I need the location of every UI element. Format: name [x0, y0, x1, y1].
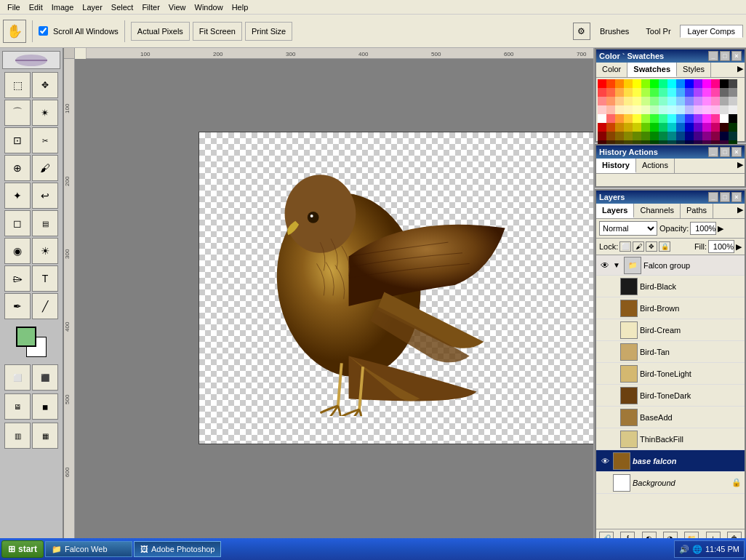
color-swatch[interactable]	[694, 79, 702, 88]
layer-visibility-toggle[interactable]	[606, 390, 618, 401]
color-swatch[interactable]	[606, 114, 615, 123]
menu-edit[interactable]: Edit	[25, 1, 47, 13]
color-swatch[interactable]	[641, 114, 650, 123]
color-swatch[interactable]	[659, 114, 667, 123]
swatches-options-btn[interactable]: ▶	[736, 63, 745, 77]
history-minimize-btn[interactable]: _	[708, 147, 718, 157]
layer-visibility-toggle[interactable]	[606, 346, 618, 358]
layer-item[interactable]: Background🔒	[596, 472, 745, 494]
color-swatch[interactable]	[624, 123, 633, 132]
color-swatch[interactable]	[685, 97, 694, 105]
color-swatch[interactable]	[606, 105, 615, 114]
tab-channels[interactable]: Channels	[634, 204, 680, 218]
layer-group-item[interactable]: 👁▼📁Falcon group	[596, 255, 745, 276]
tab-paths[interactable]: Paths	[681, 204, 713, 218]
eraser-tool[interactable]: ◻	[4, 210, 31, 236]
color-swatch[interactable]	[624, 105, 633, 114]
color-swatch[interactable]	[711, 88, 720, 97]
color-swatch[interactable]	[702, 88, 711, 97]
layers-minimize-btn[interactable]: _	[708, 192, 718, 202]
history-restore-btn[interactable]: □	[720, 147, 730, 157]
layer-visibility-toggle[interactable]	[606, 281, 618, 292]
color-swatch[interactable]	[633, 105, 641, 114]
color-swatch[interactable]	[702, 114, 711, 123]
layer-item[interactable]: Bird-Tan	[596, 341, 745, 363]
layers-restore-btn[interactable]: □	[720, 192, 730, 202]
color-swatch[interactable]	[667, 132, 676, 140]
color-swatch[interactable]	[598, 97, 606, 105]
color-swatch[interactable]	[676, 105, 685, 114]
crop-tool[interactable]: ⊡	[4, 127, 31, 153]
slice-tool[interactable]: ✂	[32, 127, 58, 153]
layer-visibility-toggle[interactable]	[606, 433, 618, 445]
color-swatch[interactable]	[729, 105, 737, 114]
color-swatch[interactable]	[676, 79, 685, 88]
color-swatch[interactable]	[720, 88, 729, 97]
history-options-btn[interactable]: ▶	[736, 159, 745, 173]
history-brush-tool[interactable]: ↩	[32, 183, 58, 209]
color-swatch[interactable]	[676, 123, 685, 132]
history-close-btn[interactable]: ×	[731, 147, 742, 157]
color-swatch[interactable]	[615, 132, 624, 140]
extra-btn-1[interactable]: ▥	[4, 423, 31, 449]
tab-tool-presets[interactable]: Tool Pr	[638, 25, 678, 38]
layer-visibility-toggle[interactable]	[599, 477, 611, 489]
layer-visibility-toggle[interactable]: 👁	[599, 455, 611, 467]
color-swatch[interactable]	[685, 132, 694, 140]
fill-arrow[interactable]: ▶	[736, 242, 742, 252]
color-swatch[interactable]	[615, 114, 624, 123]
marquee-tool[interactable]: ⬚	[4, 72, 31, 98]
color-swatch[interactable]	[720, 97, 729, 105]
color-swatch[interactable]	[606, 97, 615, 105]
color-swatch[interactable]	[598, 79, 606, 88]
extra-btn[interactable]: ◼	[32, 393, 58, 420]
actual-pixels-btn[interactable]: Actual Pixels	[131, 22, 190, 41]
tab-layer-comps[interactable]: Layer Comps	[680, 25, 743, 38]
tab-layers[interactable]: Layers	[596, 204, 634, 218]
layers-options-btn[interactable]: ▶	[736, 204, 745, 218]
layer-visibility-toggle[interactable]	[606, 324, 618, 336]
color-swatch[interactable]	[676, 114, 685, 123]
color-swatch[interactable]	[702, 97, 711, 105]
color-swatch[interactable]	[641, 79, 650, 88]
swatches-restore-btn[interactable]: □	[720, 51, 730, 61]
gradient-tool[interactable]: ▤	[32, 210, 58, 236]
tab-swatches[interactable]: Swatches	[627, 63, 677, 77]
blur-tool[interactable]: ◉	[4, 238, 31, 264]
line-tool[interactable]: ╱	[32, 293, 58, 319]
print-size-btn[interactable]: Print Size	[245, 22, 292, 41]
color-swatch[interactable]	[615, 88, 624, 97]
layer-item[interactable]: Bird-Cream	[596, 319, 745, 341]
menu-file[interactable]: File	[3, 1, 25, 13]
color-swatch[interactable]	[702, 132, 711, 140]
opacity-arrow[interactable]: ▶	[718, 224, 723, 233]
color-swatch[interactable]	[667, 79, 676, 88]
color-swatch[interactable]	[720, 123, 729, 132]
brush-tool[interactable]: 🖌	[32, 155, 58, 181]
color-swatch[interactable]	[711, 123, 720, 132]
options-icon[interactable]: ⚙	[573, 23, 590, 40]
fg-color-swatch[interactable]	[16, 327, 36, 347]
scroll-all-checkbox[interactable]	[39, 26, 48, 36]
lock-transparency-btn[interactable]: ⬜	[619, 241, 631, 252]
layer-visibility-toggle[interactable]	[606, 303, 618, 314]
color-swatch[interactable]	[729, 97, 737, 105]
hand-tool[interactable]: ✋	[3, 20, 26, 43]
blend-mode-select[interactable]: Normal Multiply Screen	[599, 221, 657, 236]
color-swatch[interactable]	[694, 132, 702, 140]
quick-mask-btn[interactable]: ⬜	[4, 364, 31, 391]
color-swatch[interactable]	[729, 79, 737, 88]
layers-close-btn[interactable]: ×	[731, 192, 742, 202]
color-swatch[interactable]	[641, 105, 650, 114]
menu-filter[interactable]: Filter	[137, 1, 164, 13]
color-swatch[interactable]	[729, 114, 737, 123]
tab-actions[interactable]: Actions	[636, 159, 675, 173]
tab-styles[interactable]: Styles	[677, 63, 711, 77]
color-swatch[interactable]	[720, 79, 729, 88]
color-swatch[interactable]	[650, 88, 659, 97]
color-swatch[interactable]	[659, 123, 667, 132]
color-swatch[interactable]	[633, 88, 641, 97]
color-swatch[interactable]	[694, 105, 702, 114]
menu-layer[interactable]: Layer	[78, 1, 107, 13]
color-swatch[interactable]	[615, 79, 624, 88]
